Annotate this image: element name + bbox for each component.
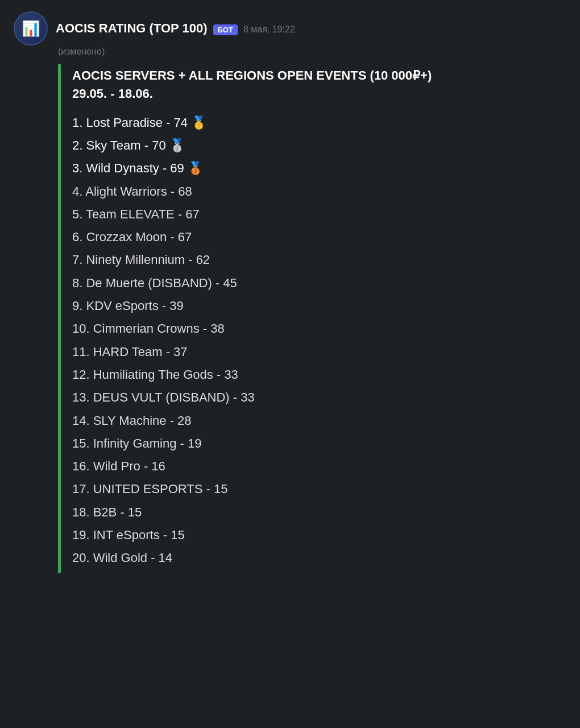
ranking-item-9: 9. KDV eSports - 39 bbox=[72, 295, 566, 317]
ranking-item-10: 10. Cimmerian Crowns - 38 bbox=[72, 317, 566, 340]
message-header: 📊 AOCIS RATING (TOP 100) БОТ 8 мая, 19:2… bbox=[14, 11, 566, 46]
ranking-item-6: 6. Crozzax Moon - 67 bbox=[72, 226, 566, 249]
changed-label: (изменено) bbox=[58, 47, 566, 57]
ranking-item-19: 19. INT eSports - 15 bbox=[72, 524, 566, 547]
avatar: 📊 bbox=[14, 11, 48, 46]
section-title: AOCIS SERVERS + ALL REGIONS OPEN EVENTS … bbox=[72, 67, 566, 84]
header-info: AOCIS RATING (TOP 100) БОТ 8 мая, 19:22 bbox=[56, 21, 295, 36]
message-content: AOCIS SERVERS + ALL REGIONS OPEN EVENTS … bbox=[72, 64, 566, 573]
ranking-item-4: 4. Alight Warriors - 68 bbox=[72, 180, 566, 203]
ranking-list: 1. Lost Paradise - 74 🥇2. Sky Team - 70 … bbox=[72, 111, 566, 570]
ranking-item-20: 20. Wild Gold - 14 bbox=[72, 547, 566, 569]
ranking-item-8: 8. De Muerte (DISBAND) - 45 bbox=[72, 272, 566, 295]
ranking-item-17: 17. UNITED ESPORTS - 15 bbox=[72, 478, 566, 500]
ranking-item-18: 18. B2B - 15 bbox=[72, 501, 566, 524]
ranking-item-1: 1. Lost Paradise - 74 🥇 bbox=[72, 111, 566, 134]
ranking-item-5: 5. Team ELEVATE - 67 bbox=[72, 203, 566, 226]
green-bar bbox=[58, 64, 61, 573]
ranking-item-14: 14. SLY Machine - 28 bbox=[72, 410, 566, 432]
ranking-item-7: 7. Ninety Millennium - 62 bbox=[72, 249, 566, 271]
message-container: 📊 AOCIS RATING (TOP 100) БОТ 8 мая, 19:2… bbox=[0, 0, 580, 585]
avatar-icon: 📊 bbox=[22, 20, 40, 38]
ranking-item-13: 13. DEUS VULT (DISBAND) - 33 bbox=[72, 386, 566, 409]
ranking-item-2: 2. Sky Team - 70 🥈 bbox=[72, 134, 566, 157]
ranking-item-16: 16. Wild Pro - 16 bbox=[72, 455, 566, 478]
ranking-item-12: 12. Humiliating The Gods - 33 bbox=[72, 363, 566, 386]
bot-badge: БОТ bbox=[213, 24, 238, 35]
ranking-item-3: 3. Wild Dynasty - 69 🥉 bbox=[72, 157, 566, 180]
sender-name: AOCIS RATING (TOP 100) bbox=[56, 21, 208, 36]
ranking-item-15: 15. Infinity Gaming - 19 bbox=[72, 432, 566, 455]
date-range: 29.05. - 18.06. bbox=[72, 86, 566, 101]
ranking-item-11: 11. HARD Team - 37 bbox=[72, 341, 566, 363]
message-body: AOCIS SERVERS + ALL REGIONS OPEN EVENTS … bbox=[58, 64, 566, 573]
timestamp: 8 мая, 19:22 bbox=[243, 24, 295, 35]
